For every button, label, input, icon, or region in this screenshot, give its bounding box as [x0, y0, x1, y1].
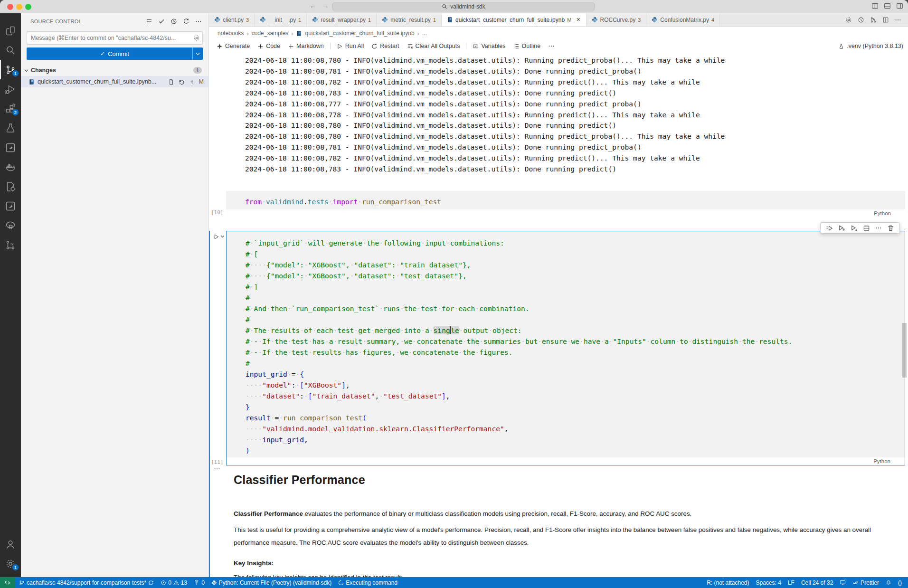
breadcrumb-item[interactable]: notebooks — [218, 30, 244, 37]
tab-ConfusionMatrix.py[interactable]: ConfusionMatrix.py4 — [646, 13, 720, 26]
more-button[interactable] — [875, 225, 882, 231]
command-center[interactable]: validmind-sdk — [332, 2, 595, 11]
activity-testing[interactable] — [0, 118, 21, 138]
cell-language[interactable]: Python — [874, 210, 891, 216]
status-task-status[interactable]: Executing command — [335, 577, 401, 588]
activity-r-tools[interactable] — [0, 216, 21, 235]
toolbar-markdown-button[interactable]: Markdown — [284, 43, 328, 49]
activity-git-graph[interactable] — [0, 235, 21, 255]
activity-docker[interactable] — [0, 157, 21, 177]
markdown-cell-more-icon[interactable] — [214, 465, 220, 472]
scm-view-list-button[interactable] — [146, 18, 152, 25]
tab-metric_result.py[interactable]: metric_result.py1 — [377, 13, 442, 26]
status-eol[interactable]: LF — [785, 577, 798, 588]
history-back-button[interactable]: ← — [310, 2, 316, 9]
toolbar-more-button[interactable] — [544, 43, 558, 49]
status-python-interpreter[interactable]: Python: Current File (Poetry) (validmind… — [208, 577, 335, 588]
activity-run-debug[interactable] — [0, 79, 21, 99]
activity-remote-explorer[interactable] — [0, 196, 21, 216]
commit-dropdown-button[interactable] — [192, 47, 203, 60]
tab-quickstart_customer_churn_full_suite.ipynb[interactable]: quickstart_customer_churn_full_suite.ipy… — [442, 13, 586, 26]
close-window-button[interactable] — [7, 4, 13, 10]
scrollbar-thumb[interactable] — [902, 323, 907, 378]
go-to-file-button[interactable] — [168, 79, 174, 85]
status-brackets[interactable]: () — [895, 577, 905, 588]
toolbar-variables-button[interactable]: Variables — [469, 43, 509, 49]
add-button[interactable] — [189, 79, 195, 85]
code-cell-11-focused[interactable]: #·`input_grid`·will·generate·the·followi… — [226, 231, 905, 465]
titlebar-layout-actions — [871, 2, 903, 9]
tab-badge: 1 — [298, 17, 301, 23]
cell-editor[interactable]: from·validmind.tests·import·run_comparis… — [226, 191, 905, 209]
scm-more-button[interactable] — [195, 18, 202, 25]
editor-gear-button[interactable] — [845, 17, 852, 23]
scm-history-button[interactable] — [170, 18, 177, 25]
activity-source-control[interactable]: 1 — [0, 60, 21, 79]
activity-account[interactable] — [0, 534, 21, 554]
status-ports[interactable]: 0 — [190, 577, 208, 588]
cell-editor[interactable]: #·`input_grid`·will·generate·the·followi… — [227, 231, 905, 457]
run-below-button[interactable] — [851, 225, 858, 232]
status-cell-indicator[interactable]: Cell 24 of 32 — [798, 577, 836, 588]
toolbar-code-button[interactable]: Code — [254, 43, 284, 49]
split-cell-button[interactable] — [863, 225, 870, 232]
status-notifications[interactable] — [882, 577, 895, 588]
run-cell-button[interactable] — [213, 234, 225, 240]
changes-section-header[interactable]: Changes 1 — [21, 65, 208, 76]
activity-explorer[interactable] — [0, 21, 21, 40]
minimize-window-button[interactable] — [16, 4, 22, 10]
status-r-session[interactable]: R: (not attached) — [703, 577, 752, 588]
commit-button[interactable]: ✓ Commit — [27, 47, 203, 60]
remote-ind-icon — [4, 579, 10, 586]
cell-language[interactable]: Python — [873, 458, 890, 464]
editor-compare-button[interactable] — [870, 17, 877, 23]
tab-client.py[interactable]: client.py3 — [209, 13, 255, 26]
activity-jupyter[interactable] — [0, 177, 21, 196]
run-above-button[interactable] — [838, 225, 845, 232]
execute-cell-button[interactable] — [826, 225, 833, 232]
history-forward-button[interactable]: → — [322, 2, 329, 9]
scm-check-button[interactable] — [158, 18, 165, 25]
toolbar-run-all-button[interactable]: Run All — [333, 43, 368, 49]
status-remote-indicator[interactable] — [0, 577, 15, 588]
activity-search[interactable] — [0, 40, 21, 60]
layout-panel-button[interactable] — [884, 2, 891, 9]
activity-settings[interactable]: 1 — [0, 554, 21, 573]
breadcrumb-item[interactable]: code_samples — [252, 30, 288, 37]
toolbar-outline-button[interactable]: Outline — [510, 43, 545, 49]
breadcrumb-item[interactable]: quickstart_customer_churn_full_suite.ipy… — [305, 30, 414, 37]
scm-refresh-button[interactable] — [183, 18, 189, 25]
editor-more-button[interactable] — [895, 17, 901, 23]
tab-result_wrapper.py[interactable]: result_wrapper.py1 — [307, 13, 377, 26]
close-icon[interactable]: ✕ — [576, 17, 580, 23]
toolbar-generate-button[interactable]: Generate — [213, 43, 254, 49]
kernel-picker[interactable]: .venv (Python 3.8.13) — [838, 40, 903, 52]
activity-extensions[interactable]: 2 — [0, 99, 21, 118]
layout-sidebar-button[interactable] — [871, 2, 879, 9]
commit-message-input[interactable] — [27, 31, 203, 45]
chevron-down-icon — [24, 68, 29, 73]
toolbar-clear-all-outputs-button[interactable]: Clear All Outputs — [403, 43, 464, 49]
breadcrumb-item[interactable]: ... — [422, 30, 427, 37]
tab-ROCCurve.py[interactable]: ROCCurve.py3 — [586, 13, 647, 26]
status-git-branch[interactable]: cachafla/sc-4842/support-for-comparison-… — [16, 577, 157, 588]
status-prettier[interactable]: Prettier — [849, 577, 882, 588]
log-line: 2024-06-18 11:00:08,783 - INFO(validmind… — [245, 88, 725, 99]
layout-right-button[interactable] — [896, 2, 903, 9]
toolbar-restart-button[interactable]: Restart — [368, 43, 403, 49]
activity-github-pull-requests[interactable] — [0, 138, 21, 157]
tab-badge: 3 — [638, 17, 641, 23]
editor-split-editor-button[interactable] — [882, 17, 889, 23]
editor-history-button[interactable] — [858, 17, 864, 23]
status-remote-vm[interactable] — [836, 577, 849, 588]
status-indentation[interactable]: Spaces: 4 — [753, 577, 785, 588]
status-problems[interactable]: 013 — [157, 577, 190, 588]
commit-settings-icon[interactable] — [193, 35, 200, 41]
notebook-scroll-area[interactable]: 2024-06-18 11:00:08,780 - INFO(validmind… — [209, 52, 908, 577]
code-cell-10[interactable]: from·validmind.tests·import·run_comparis… — [226, 191, 905, 217]
tab-__init__.py[interactable]: __init__.py1 — [255, 13, 307, 26]
delete-button[interactable] — [887, 225, 894, 232]
changed-file-row[interactable]: quickstart_customer_churn_full_suite.ipy… — [21, 76, 208, 87]
discard-button[interactable] — [179, 79, 185, 85]
zoom-window-button[interactable] — [25, 4, 31, 10]
